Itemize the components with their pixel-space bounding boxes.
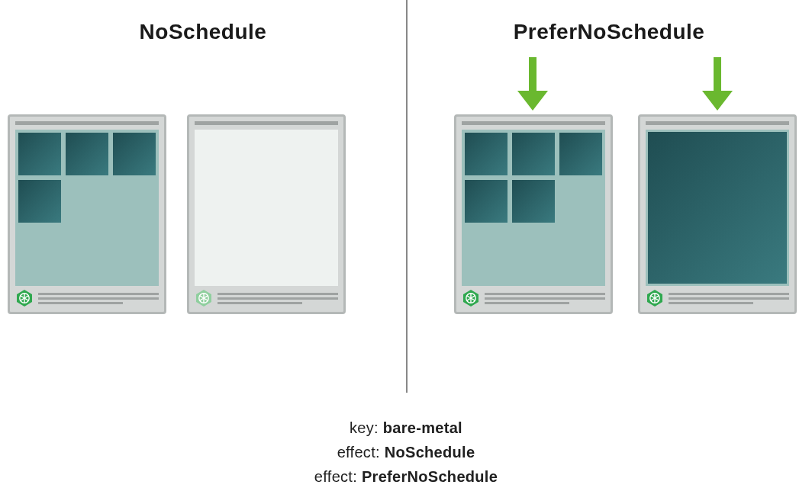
node-footer-lines bbox=[669, 293, 789, 304]
pod-large bbox=[648, 132, 787, 284]
node-titlebar bbox=[15, 121, 159, 125]
node-footer bbox=[15, 289, 159, 307]
node-left-tainted-empty bbox=[187, 114, 346, 314]
node-footer-lines bbox=[218, 293, 338, 304]
arrows-row bbox=[0, 57, 812, 114]
param-label: effect bbox=[337, 444, 375, 461]
param-label: effect bbox=[314, 468, 353, 485]
taint-params: key: bare-metal effect: NoSchedule effec… bbox=[0, 416, 812, 489]
pod bbox=[18, 133, 61, 175]
node-footer bbox=[195, 289, 338, 307]
arrow-down-icon bbox=[517, 57, 548, 111]
node-content bbox=[195, 130, 338, 286]
param-line-key: key: bare-metal bbox=[0, 416, 812, 440]
param-value: bare-metal bbox=[383, 419, 462, 436]
pod bbox=[18, 180, 61, 223]
node-footer bbox=[646, 289, 789, 307]
param-line-effect-1: effect: NoSchedule bbox=[0, 440, 812, 464]
node-left-active bbox=[8, 114, 166, 314]
param-line-effect-2: effect: PreferNoSchedule bbox=[0, 464, 812, 489]
param-value: PreferNoSchedule bbox=[362, 468, 498, 485]
pod bbox=[512, 180, 555, 223]
node-right-small-pods bbox=[454, 114, 613, 314]
node-titlebar bbox=[462, 121, 605, 125]
heading-prefernoschedule: PreferNoSchedule bbox=[406, 20, 812, 44]
node-titlebar bbox=[646, 121, 789, 125]
pod bbox=[465, 180, 508, 223]
node-footer-lines bbox=[38, 293, 159, 304]
node-content bbox=[15, 130, 159, 286]
kubernetes-icon bbox=[646, 289, 664, 307]
pod bbox=[512, 133, 555, 175]
pod bbox=[66, 133, 108, 175]
pod bbox=[465, 133, 508, 175]
kubernetes-icon bbox=[15, 289, 34, 307]
node-footer bbox=[462, 289, 605, 307]
kubernetes-icon bbox=[462, 289, 480, 307]
node-titlebar bbox=[195, 121, 338, 125]
node-footer-lines bbox=[485, 293, 605, 304]
node-content bbox=[462, 130, 605, 286]
kubernetes-icon bbox=[195, 289, 213, 307]
pod bbox=[113, 133, 156, 175]
heading-noschedule: NoSchedule bbox=[0, 20, 406, 44]
node-right-big-pod bbox=[638, 114, 797, 314]
param-label: key bbox=[350, 419, 374, 436]
node-content bbox=[646, 130, 789, 286]
pod bbox=[559, 133, 602, 175]
param-value: NoSchedule bbox=[385, 444, 475, 461]
arrow-down-icon bbox=[702, 57, 733, 111]
nodes-row bbox=[0, 114, 812, 358]
